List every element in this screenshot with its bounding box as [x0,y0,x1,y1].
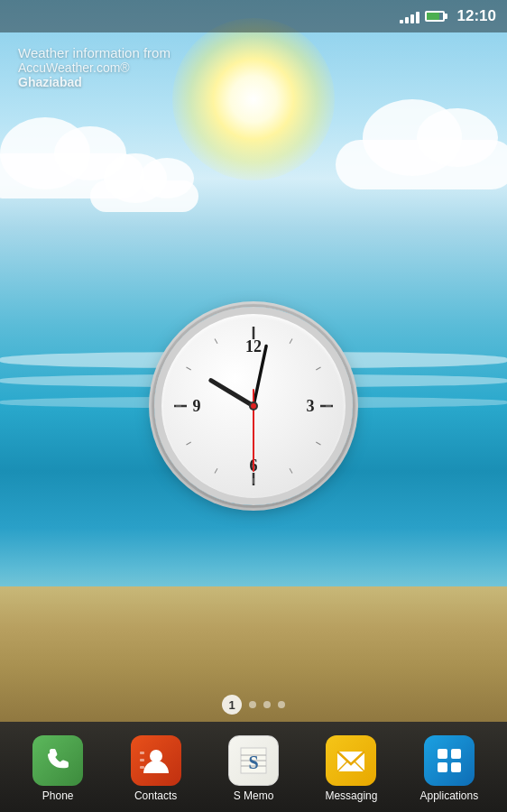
cloud-3 [90,180,198,212]
weather-source-label: Weather information from [18,45,171,60]
phone-icon [32,735,83,786]
svg-rect-20 [140,752,144,754]
page-indicators: 1 [222,695,285,715]
svg-rect-22 [140,766,144,769]
sun [172,18,335,180]
svg-line-11 [187,442,191,445]
signal-bar-2 [405,17,409,23]
messaging-icon [326,735,376,786]
weather-info: Weather information from AccuWeather.com… [18,45,171,89]
svg-rect-31 [438,749,447,759]
page-dot-3[interactable] [263,701,271,708]
svg-line-8 [290,468,292,473]
phone-label: Phone [42,789,74,802]
dock-item-applications[interactable]: Applications [401,735,498,802]
contacts-svg [140,744,172,777]
svg-rect-21 [140,759,144,761]
svg-text:3: 3 [307,397,315,415]
hour-hand [211,381,254,406]
svg-text:9: 9 [193,397,201,415]
dock: Phone Contacts S [0,722,507,812]
dock-item-messaging[interactable]: Messaging [302,735,400,802]
battery-icon [425,11,445,22]
applications-svg [433,744,466,777]
signal-bar-1 [400,20,403,23]
battery-fill [427,13,439,20]
smemo-icon: S [228,735,279,786]
svg-rect-32 [451,749,461,759]
page-dot-2[interactable] [249,701,256,708]
weather-location: Ghaziabad [18,75,171,89]
svg-text:S: S [248,752,258,772]
svg-line-13 [187,367,191,370]
svg-text:12: 12 [245,337,262,355]
clock-widget: 12 3 6 9 [154,307,353,505]
cloud-2 [336,140,507,189]
dock-item-phone[interactable]: Phone [9,735,106,802]
svg-line-7 [316,442,320,445]
signal-bar-3 [410,14,414,23]
signal-icon [400,9,419,23]
applications-icon [424,735,475,786]
status-bar: 12:10 [0,0,507,32]
clock-center-red [251,403,256,409]
smemo-label: S Memo [234,789,274,802]
svg-line-5 [316,367,320,370]
contacts-label: Contacts [134,789,177,802]
status-icons: 12:10 [400,7,496,25]
svg-line-10 [215,468,217,473]
page-dot-4[interactable] [278,701,285,708]
smemo-svg: S [237,744,270,777]
svg-line-14 [215,339,217,344]
messaging-label: Messaging [325,789,377,802]
messaging-svg [335,744,367,777]
svg-point-19 [150,750,162,762]
signal-bar-4 [416,12,419,23]
clock-svg: 12 3 6 9 [163,316,344,496]
svg-line-4 [290,339,292,344]
svg-rect-33 [438,762,447,772]
page-indicator-active[interactable]: 1 [222,695,242,715]
dock-item-smemo[interactable]: S S Memo [205,735,302,802]
weather-source-name: AccuWeather.com® [18,60,171,75]
svg-rect-34 [451,762,461,772]
contacts-icon [131,735,181,786]
dock-item-contacts[interactable]: Contacts [106,735,204,802]
clock-face: 12 3 6 9 [154,307,353,505]
status-time: 12:10 [457,7,496,25]
phone-svg [42,745,73,776]
applications-label: Applications [419,789,478,802]
